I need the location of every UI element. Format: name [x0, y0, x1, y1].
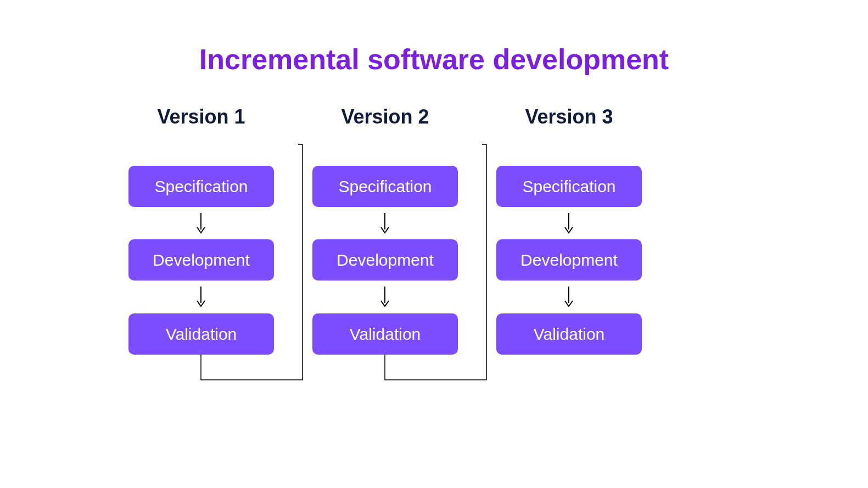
version-2-label: Version 2	[312, 105, 458, 128]
diagram-title: Incremental software development	[0, 43, 868, 76]
arrow-down-icon	[379, 285, 391, 307]
version-3-step-development: Development	[496, 239, 642, 281]
arrow-down-icon	[195, 212, 207, 234]
version-2-step-specification: Specification	[312, 166, 458, 207]
arrow-down-icon	[563, 212, 575, 234]
arrow-down-icon	[379, 212, 391, 234]
version-3-step-specification: Specification	[496, 166, 642, 207]
version-1-step-development: Development	[128, 239, 274, 281]
version-3-step-validation: Validation	[496, 313, 642, 355]
version-3-label: Version 3	[496, 105, 642, 128]
version-2-step-development: Development	[312, 239, 458, 281]
version-1-label: Version 1	[128, 105, 274, 128]
arrow-down-icon	[195, 285, 207, 307]
version-2-step-validation: Validation	[312, 313, 458, 355]
version-1-step-validation: Validation	[128, 313, 274, 355]
arrow-down-icon	[563, 285, 575, 307]
version-1-step-specification: Specification	[128, 166, 274, 207]
